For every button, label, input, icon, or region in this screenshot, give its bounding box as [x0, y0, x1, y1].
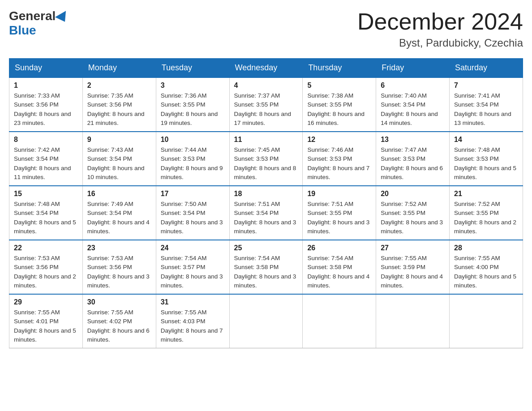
- day-info: Sunrise: 7:48 AM Sunset: 3:54 PM Dayligh…: [14, 200, 78, 236]
- sunrise-label: Sunrise: 7:51 AM: [307, 201, 353, 207]
- week-row-1: 1 Sunrise: 7:33 AM Sunset: 3:56 PM Dayli…: [9, 77, 523, 132]
- calendar-cell: [376, 294, 450, 348]
- calendar-cell: 19 Sunrise: 7:51 AM Sunset: 3:55 PM Dayl…: [303, 186, 376, 240]
- calendar-cell: 24 Sunrise: 7:54 AM Sunset: 3:57 PM Dayl…: [156, 240, 229, 294]
- day-number: 24: [161, 244, 225, 252]
- calendar-cell: [303, 294, 376, 348]
- daylight-label: Daylight: 8 hours and 7 minutes.: [307, 165, 369, 180]
- day-info: Sunrise: 7:38 AM Sunset: 3:55 PM Dayligh…: [307, 91, 371, 128]
- day-info: Sunrise: 7:44 AM Sunset: 3:53 PM Dayligh…: [161, 146, 225, 182]
- calendar-cell: 15 Sunrise: 7:48 AM Sunset: 3:54 PM Dayl…: [9, 186, 83, 240]
- sunset-label: Sunset: 3:54 PM: [14, 210, 59, 216]
- day-number: 14: [454, 136, 518, 144]
- daylight-label: Daylight: 8 hours and 21 minutes.: [87, 111, 145, 126]
- day-info: Sunrise: 7:41 AM Sunset: 3:54 PM Dayligh…: [454, 91, 518, 128]
- day-number: 8: [14, 136, 78, 144]
- day-number: 12: [307, 136, 371, 144]
- title-section: December 2024 Byst, Pardubicky, Czechia: [357, 9, 523, 49]
- day-info: Sunrise: 7:53 AM Sunset: 3:56 PM Dayligh…: [14, 254, 78, 290]
- day-number: 21: [454, 190, 518, 198]
- sunset-label: Sunset: 3:57 PM: [161, 264, 206, 270]
- sunrise-label: Sunrise: 7:41 AM: [454, 92, 500, 99]
- sunset-label: Sunset: 4:03 PM: [161, 318, 206, 325]
- calendar-cell: 18 Sunrise: 7:51 AM Sunset: 3:54 PM Dayl…: [229, 186, 303, 240]
- day-number: 11: [234, 136, 298, 144]
- day-info: Sunrise: 7:55 AM Sunset: 3:59 PM Dayligh…: [381, 254, 445, 290]
- calendar-cell: 2 Sunrise: 7:35 AM Sunset: 3:56 PM Dayli…: [82, 77, 156, 132]
- calendar-cell: 20 Sunrise: 7:52 AM Sunset: 3:55 PM Dayl…: [376, 186, 450, 240]
- daylight-label: Daylight: 8 hours and 11 minutes.: [14, 165, 71, 180]
- sunset-label: Sunset: 3:59 PM: [381, 264, 425, 270]
- daylight-label: Daylight: 8 hours and 16 minutes.: [307, 111, 365, 126]
- day-info: Sunrise: 7:37 AM Sunset: 3:55 PM Dayligh…: [234, 91, 298, 128]
- daylight-label: Daylight: 8 hours and 6 minutes.: [87, 327, 150, 343]
- sunset-label: Sunset: 3:56 PM: [14, 101, 59, 108]
- logo: General Blue: [9, 9, 70, 38]
- daylight-label: Daylight: 8 hours and 4 minutes.: [381, 273, 443, 289]
- calendar-cell: [450, 294, 523, 348]
- sunrise-label: Sunrise: 7:37 AM: [234, 92, 280, 99]
- column-header-wednesday: Wednesday: [229, 59, 303, 78]
- daylight-label: Daylight: 8 hours and 5 minutes.: [454, 165, 516, 180]
- day-number: 28: [454, 244, 518, 252]
- month-title: December 2024: [357, 9, 523, 34]
- sunrise-label: Sunrise: 7:55 AM: [381, 255, 427, 261]
- day-number: 6: [381, 81, 445, 90]
- calendar-table: SundayMondayTuesdayWednesdayThursdayFrid…: [9, 58, 523, 348]
- sunset-label: Sunset: 3:53 PM: [234, 155, 279, 162]
- sunset-label: Sunset: 3:54 PM: [454, 101, 499, 108]
- day-info: Sunrise: 7:49 AM Sunset: 3:54 PM Dayligh…: [87, 200, 151, 236]
- daylight-label: Daylight: 8 hours and 3 minutes.: [307, 219, 369, 235]
- daylight-label: Daylight: 8 hours and 8 minutes.: [234, 165, 296, 180]
- daylight-label: Daylight: 8 hours and 3 minutes.: [234, 219, 296, 235]
- calendar-cell: 11 Sunrise: 7:45 AM Sunset: 3:53 PM Dayl…: [229, 132, 303, 186]
- day-number: 15: [14, 190, 78, 198]
- sunset-label: Sunset: 3:53 PM: [307, 155, 352, 162]
- day-info: Sunrise: 7:52 AM Sunset: 3:55 PM Dayligh…: [381, 200, 445, 236]
- day-info: Sunrise: 7:47 AM Sunset: 3:53 PM Dayligh…: [381, 146, 445, 182]
- sunrise-label: Sunrise: 7:49 AM: [87, 201, 133, 207]
- daylight-label: Daylight: 8 hours and 17 minutes.: [234, 111, 292, 126]
- sunrise-label: Sunrise: 7:55 AM: [161, 309, 207, 316]
- week-row-4: 22 Sunrise: 7:53 AM Sunset: 3:56 PM Dayl…: [9, 240, 523, 294]
- calendar-cell: 31 Sunrise: 7:55 AM Sunset: 4:03 PM Dayl…: [156, 294, 229, 348]
- calendar-cell: 6 Sunrise: 7:40 AM Sunset: 3:54 PM Dayli…: [376, 77, 450, 132]
- logo-blue-text: Blue: [9, 23, 36, 37]
- sunset-label: Sunset: 3:54 PM: [87, 155, 132, 162]
- daylight-label: Daylight: 8 hours and 2 minutes.: [14, 273, 76, 289]
- day-info: Sunrise: 7:48 AM Sunset: 3:53 PM Dayligh…: [454, 146, 518, 182]
- daylight-label: Daylight: 8 hours and 4 minutes.: [87, 219, 150, 235]
- calendar-cell: 25 Sunrise: 7:54 AM Sunset: 3:58 PM Dayl…: [229, 240, 303, 294]
- day-info: Sunrise: 7:51 AM Sunset: 3:54 PM Dayligh…: [234, 200, 298, 236]
- calendar-cell: 23 Sunrise: 7:53 AM Sunset: 3:56 PM Dayl…: [82, 240, 156, 294]
- sunrise-label: Sunrise: 7:55 AM: [87, 309, 133, 316]
- sunrise-label: Sunrise: 7:48 AM: [454, 146, 500, 153]
- sunset-label: Sunset: 4:00 PM: [454, 264, 499, 270]
- day-info: Sunrise: 7:40 AM Sunset: 3:54 PM Dayligh…: [381, 91, 445, 128]
- sunrise-label: Sunrise: 7:55 AM: [14, 309, 60, 316]
- calendar-cell: 14 Sunrise: 7:48 AM Sunset: 3:53 PM Dayl…: [450, 132, 523, 186]
- sunrise-label: Sunrise: 7:55 AM: [454, 255, 500, 261]
- daylight-label: Daylight: 8 hours and 3 minutes.: [234, 273, 296, 289]
- calendar-cell: 10 Sunrise: 7:44 AM Sunset: 3:53 PM Dayl…: [156, 132, 229, 186]
- calendar-cell: 28 Sunrise: 7:55 AM Sunset: 4:00 PM Dayl…: [450, 240, 523, 294]
- day-info: Sunrise: 7:54 AM Sunset: 3:57 PM Dayligh…: [161, 254, 225, 290]
- sunrise-label: Sunrise: 7:50 AM: [161, 201, 207, 207]
- sunrise-label: Sunrise: 7:52 AM: [454, 201, 500, 207]
- sunset-label: Sunset: 3:55 PM: [161, 101, 206, 108]
- calendar-cell: 27 Sunrise: 7:55 AM Sunset: 3:59 PM Dayl…: [376, 240, 450, 294]
- daylight-label: Daylight: 8 hours and 19 minutes.: [161, 111, 218, 126]
- sunset-label: Sunset: 3:56 PM: [87, 264, 132, 270]
- day-number: 19: [307, 190, 371, 198]
- location-title: Byst, Pardubicky, Czechia: [357, 37, 523, 49]
- day-number: 13: [381, 136, 445, 144]
- sunrise-label: Sunrise: 7:38 AM: [307, 92, 353, 99]
- day-number: 17: [161, 190, 225, 198]
- logo-general-text: General: [9, 9, 56, 23]
- day-info: Sunrise: 7:55 AM Sunset: 4:03 PM Dayligh…: [161, 308, 225, 344]
- day-number: 18: [234, 190, 298, 198]
- day-number: 1: [14, 81, 78, 90]
- daylight-label: Daylight: 8 hours and 14 minutes.: [381, 111, 438, 126]
- day-number: 9: [87, 136, 151, 144]
- day-number: 25: [234, 244, 298, 252]
